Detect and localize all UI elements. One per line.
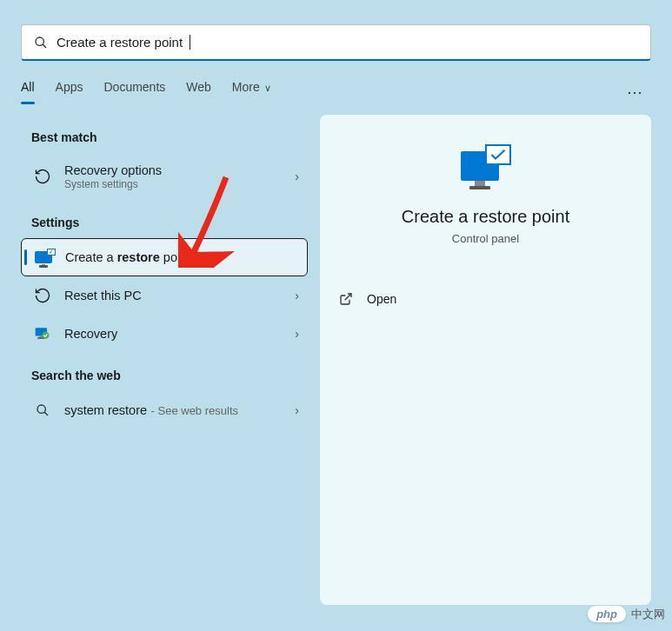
result-text: Recovery options System settings bbox=[64, 163, 283, 190]
search-icon bbox=[33, 403, 52, 417]
reset-icon bbox=[33, 287, 52, 304]
chevron-right-icon: › bbox=[295, 289, 299, 302]
preview-title: Create a restore point bbox=[402, 207, 569, 227]
search-icon bbox=[34, 36, 48, 50]
result-text: Reset this PC bbox=[64, 289, 283, 302]
result-title: Recovery bbox=[64, 327, 283, 341]
tab-documents[interactable]: Documents bbox=[103, 80, 165, 104]
watermark-brand: php bbox=[588, 606, 626, 622]
chevron-right-icon: › bbox=[295, 403, 299, 417]
chevron-right-icon: › bbox=[295, 327, 299, 341]
result-recovery-options[interactable]: Recovery options System settings › bbox=[21, 153, 308, 200]
svg-line-8 bbox=[345, 294, 351, 300]
results-column: Best match Recovery options System setti… bbox=[21, 115, 308, 605]
monitor-check-icon: ✓ bbox=[34, 251, 53, 263]
action-label: Open bbox=[367, 292, 396, 306]
search-query-text: Create a restore point bbox=[57, 35, 183, 50]
watermark: php 中文网 bbox=[588, 606, 665, 622]
tab-web[interactable]: Web bbox=[186, 80, 211, 104]
result-reset-pc[interactable]: Reset this PC › bbox=[21, 276, 308, 315]
tab-more[interactable]: More ∨ bbox=[232, 80, 271, 104]
result-web-hint: - See web results bbox=[151, 404, 238, 417]
result-web-system-restore[interactable]: system restore - See web results › bbox=[21, 391, 308, 429]
section-header-web: Search the web bbox=[31, 369, 297, 382]
action-open[interactable]: Open bbox=[336, 287, 635, 311]
result-text: Recovery bbox=[64, 327, 283, 341]
result-recovery[interactable]: Recovery › bbox=[21, 315, 308, 353]
preview-app-icon bbox=[461, 144, 511, 191]
filter-tabs: All Apps Documents Web More ∨ bbox=[21, 80, 271, 104]
preview-subtitle: Control panel bbox=[452, 232, 519, 245]
result-text: Create a restore point bbox=[65, 250, 298, 264]
svg-point-5 bbox=[42, 332, 49, 339]
filter-tabs-row: All Apps Documents Web More ∨ ⋯ bbox=[21, 80, 651, 104]
recovery-shield-icon bbox=[33, 325, 52, 342]
tab-all[interactable]: All bbox=[21, 80, 35, 104]
result-subtitle: System settings bbox=[64, 178, 283, 190]
svg-line-7 bbox=[44, 412, 48, 415]
open-external-icon bbox=[339, 292, 353, 306]
svg-line-1 bbox=[43, 44, 46, 48]
text-caret bbox=[190, 35, 190, 50]
chevron-down-icon: ∨ bbox=[262, 83, 271, 93]
content-area: Best match Recovery options System setti… bbox=[21, 115, 651, 605]
result-title: system restore bbox=[64, 403, 147, 417]
search-bar[interactable]: Create a restore point bbox=[21, 24, 651, 61]
result-title: Reset this PC bbox=[64, 289, 283, 302]
result-create-restore-point[interactable]: ✓ Create a restore point bbox=[21, 238, 308, 276]
overflow-menu-button[interactable]: ⋯ bbox=[627, 83, 651, 102]
section-header-settings: Settings bbox=[31, 216, 297, 229]
checkmark-icon bbox=[485, 144, 511, 165]
chevron-right-icon: › bbox=[295, 169, 299, 183]
tab-apps[interactable]: Apps bbox=[56, 80, 83, 104]
preview-panel: Create a restore point Control panel Ope… bbox=[320, 115, 651, 605]
preview-actions: Open bbox=[336, 287, 635, 311]
svg-point-6 bbox=[37, 405, 45, 413]
result-title: Recovery options bbox=[64, 163, 283, 177]
section-header-best-match: Best match bbox=[31, 130, 297, 144]
recovery-settings-icon bbox=[33, 168, 52, 185]
svg-point-0 bbox=[36, 37, 43, 45]
watermark-suffix: 中文网 bbox=[631, 607, 665, 622]
result-text: system restore - See web results bbox=[64, 402, 283, 418]
result-title: Create a restore point bbox=[65, 250, 298, 264]
